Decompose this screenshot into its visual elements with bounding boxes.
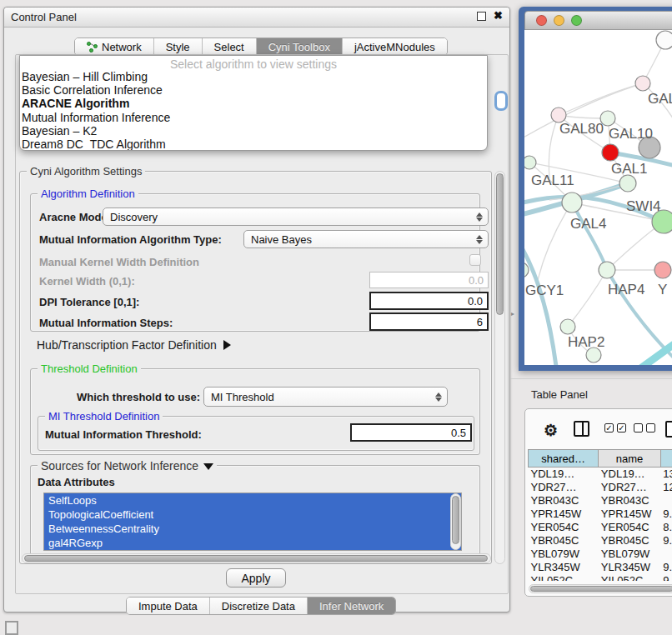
table-cell: 13: [660, 468, 672, 481]
hub-tf-definition-expander[interactable]: Hub/Transcription Factor Definition: [37, 338, 231, 352]
node-table-clip: shared…name YDL19…YDL19…13YDR27…YDR27…12…: [528, 449, 672, 581]
data-attributes-list[interactable]: SelfLoopsTopologicalCoefficientBetweenne…: [43, 492, 462, 551]
splitter-grip-icon[interactable]: ▸: [511, 310, 515, 317]
tab-jactivemnodules[interactable]: jActiveMNodules: [343, 38, 447, 55]
network-edge[interactable]: [624, 337, 672, 365]
panel-title: Control Panel: [11, 11, 77, 23]
table-row[interactable]: YER054CYER054C8.: [529, 521, 672, 534]
network-node[interactable]: [656, 31, 672, 49]
column-header[interactable]: [660, 450, 672, 468]
node-label: GAL1: [611, 161, 647, 177]
network-node[interactable]: [562, 192, 582, 212]
algorithm-option[interactable]: Mutual Information Inference: [20, 111, 487, 124]
apply-button[interactable]: Apply: [226, 568, 286, 588]
table-panel: ⚙ ✓✓ shared…name YDL19…YDL19…13YDR27…YDR…: [524, 408, 672, 597]
sources-title[interactable]: Sources for Network Inference: [38, 459, 217, 472]
table-row[interactable]: YIL052CYIL052C9.: [529, 574, 672, 582]
mi-steps-field[interactable]: 6: [369, 312, 489, 331]
kernel-width-label: Kernel Width (0,1):: [39, 275, 135, 288]
algorithm-option[interactable]: ARACNE Algorithm: [20, 97, 487, 110]
network-graph: GALGAL80GAL10GAL1GAL11GAL4SWI4GCY1HAP4YH…: [524, 30, 672, 365]
algorithm-definition-title: Algorithm Definition: [38, 188, 138, 200]
network-node[interactable]: [524, 156, 536, 169]
kernel-width-field[interactable]: 0.0: [369, 272, 489, 288]
tab-select[interactable]: Select: [203, 38, 257, 55]
which-threshold-select[interactable]: MI Threshold: [203, 387, 448, 407]
settings-vertical-scrollbar[interactable]: [494, 171, 505, 564]
algorithm-option[interactable]: Bayesian – Hill Climbing: [20, 70, 487, 83]
algorithm-option[interactable]: Basic Correlation Inference: [20, 83, 487, 97]
tab-impute-data[interactable]: Impute Data: [127, 598, 210, 614]
close-panel-icon[interactable]: ✖: [494, 9, 503, 22]
network-window-titlebar[interactable]: [524, 11, 672, 30]
sources-group: Sources for Network Inference Data Attri…: [30, 465, 480, 555]
mi-algorithm-type-select[interactable]: Naive Bayes: [243, 230, 489, 248]
tab-discretize-data[interactable]: Discretize Data: [210, 598, 308, 614]
node-label: GAL80: [559, 121, 604, 137]
threshold-definition-group: Threshold Definition Which threshold to …: [30, 368, 480, 455]
aracne-mode-select[interactable]: Discovery: [103, 208, 489, 226]
columns-icon[interactable]: [574, 421, 589, 437]
network-node[interactable]: [619, 175, 636, 192]
column-header[interactable]: shared…: [529, 450, 599, 468]
hub-tf-definition-label: Hub/Transcription Factor Definition: [37, 338, 217, 352]
close-window-icon[interactable]: [536, 15, 547, 26]
table-row[interactable]: YDL19…YDL19…13: [529, 468, 672, 481]
settings-horizontal-scrollbar[interactable]: [22, 553, 491, 563]
tab-network[interactable]: Network: [75, 38, 154, 55]
new-table-icon[interactable]: [665, 421, 672, 438]
algorithm-option[interactable]: Dream8 DC_TDC Algorithm: [20, 138, 487, 151]
network-node[interactable]: [602, 144, 619, 161]
data-attributes-label: Data Attributes: [38, 476, 115, 488]
network-node[interactable]: [524, 262, 529, 278]
zoom-window-icon[interactable]: [571, 15, 582, 26]
tab-infer-network[interactable]: Infer Network: [308, 598, 395, 614]
data-attribute-item[interactable]: gal4RGexp: [44, 536, 461, 550]
network-node[interactable]: [635, 76, 650, 91]
data-attribute-item[interactable]: TopologicalCoefficient: [44, 508, 461, 522]
deselect-all-columns-icon[interactable]: [634, 423, 655, 432]
minimize-window-icon[interactable]: [554, 15, 564, 26]
network-edge[interactable]: [572, 202, 607, 270]
tab-label: Select: [214, 41, 244, 53]
table-cell: 12: [660, 481, 672, 494]
network-node[interactable]: [560, 319, 575, 334]
data-attribute-item[interactable]: SelfLoops: [44, 493, 461, 508]
mi-threshold-field[interactable]: 0.5: [350, 423, 472, 442]
network-node[interactable]: [654, 262, 671, 278]
tab-cyni-toolbox[interactable]: Cyni Toolbox: [257, 38, 343, 55]
network-edge[interactable]: [524, 238, 558, 365]
tab-style[interactable]: Style: [154, 38, 203, 55]
network-canvas[interactable]: GALGAL80GAL10GAL1GAL11GAL4SWI4GCY1HAP4YH…: [524, 30, 672, 365]
column-header[interactable]: name: [599, 450, 660, 468]
float-panel-icon[interactable]: [477, 12, 486, 21]
inference-algorithm-combobox-fragment[interactable]: [494, 91, 508, 111]
table-row[interactable]: YBL079WYBL079W: [529, 548, 672, 561]
network-edge[interactable]: [549, 115, 559, 178]
data-attribute-item[interactable]: BetweennessCentrality: [44, 522, 461, 536]
table-cell: YDR27…: [529, 481, 599, 494]
dpi-tolerance-field[interactable]: 0.0: [369, 292, 489, 310]
network-edge[interactable]: [568, 270, 607, 327]
control-panel-tabs: NetworkStyleSelectCyni ToolboxjActiveMNo…: [74, 38, 448, 56]
network-node[interactable]: [599, 262, 615, 278]
table-cell: [660, 548, 672, 561]
node-label: GCY1: [525, 282, 564, 298]
attributes-vertical-scrollbar[interactable]: [450, 493, 461, 550]
panel-toggle-icon[interactable]: [5, 621, 18, 635]
table-cell: YER054C: [599, 521, 660, 534]
tab-label: Cyni Toolbox: [268, 41, 330, 53]
select-all-columns-icon[interactable]: ✓✓: [604, 423, 626, 432]
table-row[interactable]: YBR045CYBR045C9.: [529, 534, 672, 548]
table-horizontal-scrollbar[interactable]: [529, 584, 672, 593]
table-row[interactable]: YDR27…YDR27…12: [529, 481, 672, 494]
node-table[interactable]: shared…name YDL19…YDL19…13YDR27…YDR27…12…: [528, 449, 672, 581]
manual-kernel-width-checkbox[interactable]: [469, 254, 481, 266]
table-row[interactable]: YBR043CYBR043C: [529, 494, 672, 508]
algorithm-option[interactable]: Bayesian – K2: [20, 124, 487, 138]
table-row[interactable]: YPR145WYPR145W9.: [529, 508, 672, 521]
table-row[interactable]: YLR345WYLR345W9.: [529, 561, 672, 574]
gear-icon[interactable]: ⚙: [544, 421, 558, 440]
network-edge[interactable]: [538, 202, 572, 280]
table-cell: [660, 494, 672, 508]
